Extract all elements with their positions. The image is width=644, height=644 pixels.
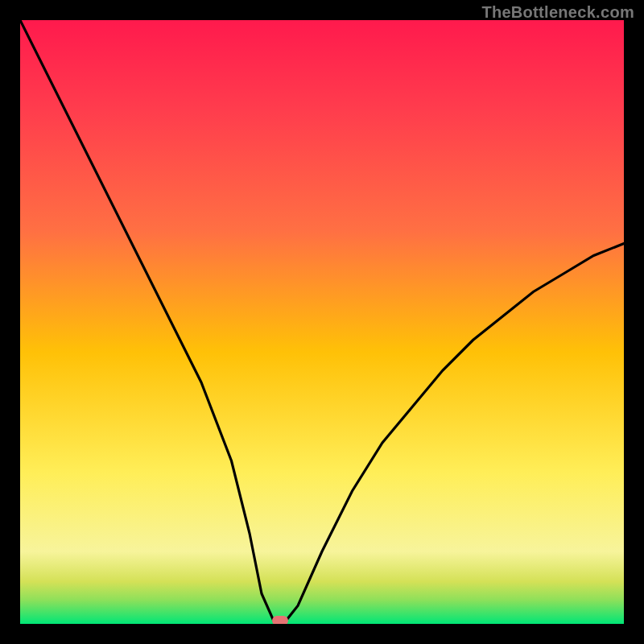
watermark-text: TheBottleneck.com: [481, 3, 634, 22]
bottleneck-curve: [20, 20, 624, 624]
plot-area: [20, 20, 624, 624]
chart-frame: TheBottleneck.com: [0, 0, 644, 644]
optimal-marker: [272, 616, 288, 624]
